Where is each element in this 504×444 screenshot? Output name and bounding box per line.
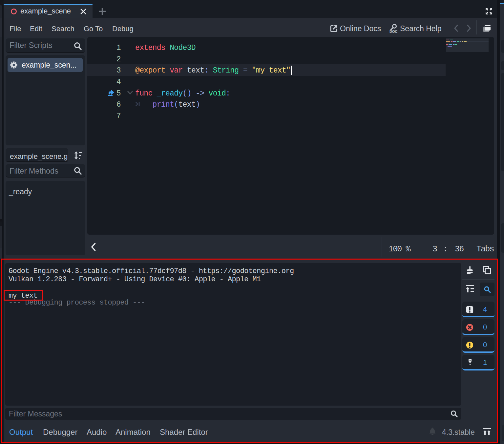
svg-text:DOC: DOC — [389, 30, 398, 33]
